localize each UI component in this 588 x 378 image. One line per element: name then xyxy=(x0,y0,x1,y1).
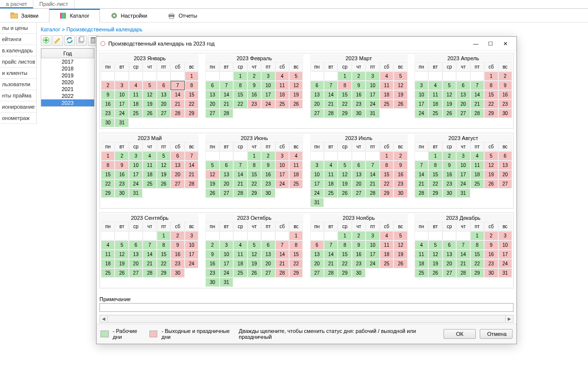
day-cell[interactable]: 11 xyxy=(380,81,393,90)
day-cell[interactable]: 16 xyxy=(498,90,512,99)
day-cell[interactable]: 5 xyxy=(205,161,219,170)
day-cell[interactable]: 25 xyxy=(428,109,442,118)
day-cell[interactable]: 30 xyxy=(498,109,512,118)
day-cell[interactable]: 17 xyxy=(275,170,289,179)
day-cell[interactable]: 14 xyxy=(470,90,484,99)
day-cell[interactable]: 25 xyxy=(101,268,115,278)
year-item-2019[interactable]: 2019 xyxy=(41,72,94,79)
day-cell[interactable]: 3 xyxy=(366,231,379,240)
day-cell[interactable]: 25 xyxy=(380,259,393,268)
day-cell[interactable]: 21 xyxy=(324,99,338,109)
day-cell[interactable]: 3 xyxy=(129,151,143,161)
day-cell[interactable]: 26 xyxy=(143,109,156,118)
day-cell[interactable]: 18 xyxy=(380,250,393,259)
day-cell[interactable]: 16 xyxy=(442,170,456,179)
day-cell[interactable]: 23 xyxy=(247,99,261,109)
day-cell[interactable]: 25 xyxy=(324,189,338,198)
sidebar-item[interactable]: льзователи xyxy=(0,79,36,90)
day-cell[interactable]: 28 xyxy=(171,109,184,118)
day-cell[interactable]: 6 xyxy=(442,240,456,250)
day-cell[interactable]: 10 xyxy=(261,81,275,90)
day-cell[interactable]: 9 xyxy=(352,81,366,90)
day-cell[interactable]: 8 xyxy=(233,81,247,90)
day-cell[interactable]: 6 xyxy=(352,161,366,170)
breadcrumb-leaf[interactable]: Производственный календарь xyxy=(67,26,143,32)
day-cell[interactable]: 5 xyxy=(428,240,442,250)
day-cell[interactable]: 15 xyxy=(380,170,393,179)
day-cell[interactable]: 12 xyxy=(205,170,219,179)
day-cell[interactable]: 20 xyxy=(310,99,324,109)
day-cell[interactable]: 25 xyxy=(129,109,143,118)
day-cell[interactable]: 28 xyxy=(185,179,198,189)
day-cell[interactable]: 7 xyxy=(275,240,289,250)
day-cell[interactable]: 3 xyxy=(498,231,512,240)
day-cell[interactable]: 27 xyxy=(129,268,143,278)
day-cell[interactable]: 28 xyxy=(470,109,484,118)
day-cell[interactable]: 11 xyxy=(470,161,484,170)
day-cell[interactable]: 19 xyxy=(143,99,156,109)
day-cell[interactable]: 27 xyxy=(456,109,470,118)
day-cell[interactable]: 28 xyxy=(456,268,470,278)
day-cell[interactable]: 2 xyxy=(393,151,407,161)
day-cell[interactable]: 26 xyxy=(157,179,171,189)
day-cell[interactable]: 2 xyxy=(352,231,366,240)
day-cell[interactable]: 1 xyxy=(157,231,171,240)
day-cell[interactable]: 30 xyxy=(101,118,115,127)
day-cell[interactable]: 7 xyxy=(456,240,470,250)
day-cell[interactable]: 22 xyxy=(185,99,198,109)
ok-button[interactable]: ОК xyxy=(443,329,476,339)
day-cell[interactable]: 2 xyxy=(101,81,115,90)
day-cell[interactable]: 14 xyxy=(275,250,289,259)
day-cell[interactable]: 24 xyxy=(498,259,512,268)
year-item-2023[interactable]: 2023 xyxy=(41,99,94,106)
day-cell[interactable]: 1 xyxy=(289,231,303,240)
day-cell[interactable]: 15 xyxy=(247,170,261,179)
day-cell[interactable]: 13 xyxy=(129,250,143,259)
day-cell[interactable]: 9 xyxy=(115,161,128,170)
day-cell[interactable]: 6 xyxy=(456,81,470,90)
day-cell[interactable]: 21 xyxy=(143,259,156,268)
day-cell[interactable]: 28 xyxy=(143,268,156,278)
day-cell[interactable]: 9 xyxy=(484,240,498,250)
top-tab-0[interactable]: а расчет xyxy=(0,0,33,8)
day-cell[interactable]: 26 xyxy=(115,268,128,278)
day-cell[interactable]: 25 xyxy=(289,179,303,189)
day-cell[interactable]: 24 xyxy=(366,99,379,109)
day-cell[interactable]: 18 xyxy=(324,179,338,189)
day-cell[interactable]: 4 xyxy=(233,240,247,250)
sidebar-item[interactable]: лы и цены xyxy=(0,23,36,34)
day-cell[interactable]: 3 xyxy=(366,71,379,81)
day-cell[interactable]: 20 xyxy=(220,179,233,189)
day-cell[interactable]: 10 xyxy=(220,250,233,259)
day-cell[interactable]: 18 xyxy=(415,259,428,268)
day-cell[interactable]: 13 xyxy=(310,90,324,99)
day-cell[interactable]: 15 xyxy=(484,90,498,99)
day-cell[interactable]: 22 xyxy=(247,179,261,189)
day-cell[interactable]: 12 xyxy=(247,250,261,259)
day-cell[interactable]: 13 xyxy=(456,90,470,99)
close-button[interactable]: ✕ xyxy=(498,39,513,48)
day-cell[interactable]: 10 xyxy=(115,90,128,99)
refresh-button[interactable] xyxy=(64,35,75,46)
day-cell[interactable]: 22 xyxy=(428,179,442,189)
day-cell[interactable]: 24 xyxy=(185,259,198,268)
top-tab-1[interactable]: Прайс-лист xyxy=(33,0,74,8)
day-cell[interactable]: 17 xyxy=(185,250,198,259)
day-cell[interactable]: 14 xyxy=(415,170,428,179)
day-cell[interactable]: 27 xyxy=(352,189,366,198)
day-cell[interactable]: 26 xyxy=(205,189,219,198)
day-cell[interactable]: 27 xyxy=(220,189,233,198)
day-cell[interactable]: 8 xyxy=(289,240,303,250)
day-cell[interactable]: 12 xyxy=(289,81,303,90)
day-cell[interactable]: 20 xyxy=(310,259,324,268)
day-cell[interactable]: 6 xyxy=(261,240,275,250)
day-cell[interactable]: 5 xyxy=(247,240,261,250)
day-cell[interactable]: 4 xyxy=(275,71,289,81)
day-cell[interactable]: 7 xyxy=(415,161,428,170)
day-cell[interactable]: 20 xyxy=(498,170,512,179)
day-cell[interactable]: 1 xyxy=(338,71,351,81)
day-cell[interactable]: 2 xyxy=(442,151,456,161)
day-cell[interactable]: 26 xyxy=(393,99,407,109)
day-cell[interactable]: 19 xyxy=(393,250,407,259)
day-cell[interactable]: 31 xyxy=(220,278,233,287)
